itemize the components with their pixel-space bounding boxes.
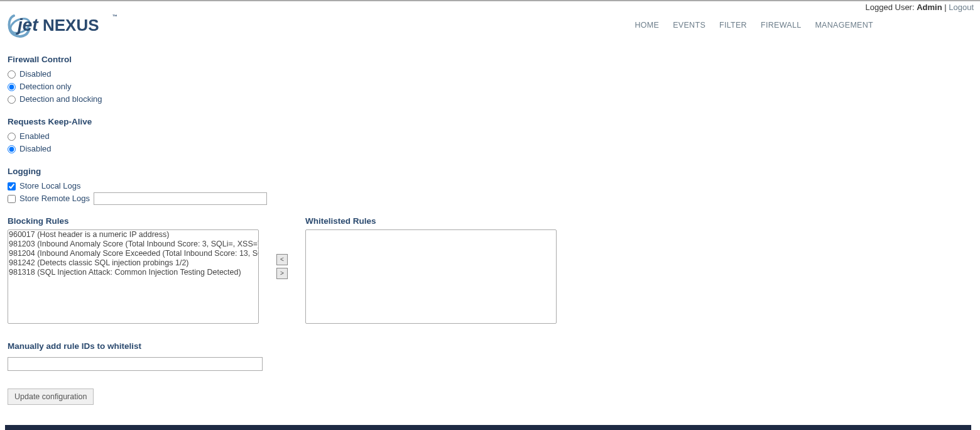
local-logs-row[interactable]: Store Local Logs	[8, 180, 980, 192]
fc-detection-label: Detection only	[19, 80, 71, 93]
ka-enabled-row[interactable]: Enabled	[8, 130, 980, 143]
svg-text:NEXUS: NEXUS	[43, 16, 99, 35]
local-logs-checkbox[interactable]	[8, 182, 16, 190]
remote-logs-row[interactable]: Store Remote Logs	[8, 192, 980, 205]
nav-filter[interactable]: FILTER	[719, 21, 747, 30]
remote-logs-label: Store Remote Logs	[19, 192, 90, 205]
fc-detection-radio[interactable]	[8, 83, 16, 91]
fc-blocking-row[interactable]: Detection and blocking	[8, 93, 980, 106]
whitelist-rules-list[interactable]	[305, 229, 557, 324]
nav-home[interactable]: HOME	[635, 21, 660, 30]
rule-option[interactable]: 981204 (Inbound Anomaly Score Exceeded (…	[8, 249, 258, 258]
footer-bar: jetNEXUS Web Application Firewall	[5, 425, 971, 430]
keep-alive-title: Requests Keep-Alive	[8, 117, 980, 126]
ka-disabled-label: Disabled	[19, 143, 52, 155]
rule-option[interactable]: 981318 (SQL Injection Attack: Common Inj…	[8, 268, 258, 277]
whitelist-rules-title: Whitelisted Rules	[305, 216, 557, 226]
logging-group: Logging Store Local Logs Store Remote Lo…	[8, 167, 980, 205]
svg-text:jet: jet	[15, 15, 39, 35]
logo: jet NEXUS ™	[6, 12, 119, 38]
update-configuration-button[interactable]: Update configuration	[8, 389, 94, 405]
blocking-rules-title: Blocking Rules	[8, 216, 259, 226]
topbar-separator: |	[942, 3, 949, 12]
ka-enabled-label: Enabled	[19, 130, 50, 143]
ka-disabled-row[interactable]: Disabled	[8, 143, 980, 155]
rule-option[interactable]: 981203 (Inbound Anomaly Score (Total Inb…	[8, 240, 258, 249]
firewall-control-title: Firewall Control	[8, 55, 980, 64]
fc-blocking-label: Detection and blocking	[19, 93, 102, 106]
manual-whitelist-title: Manually add rule IDs to whitelist	[8, 341, 980, 351]
move-left-button[interactable]: <	[276, 254, 288, 265]
fc-disabled-row[interactable]: Disabled	[8, 68, 980, 80]
fc-detection-row[interactable]: Detection only	[8, 80, 980, 93]
nav-management[interactable]: MANAGEMENT	[815, 21, 873, 30]
logo-icon: jet NEXUS ™	[6, 12, 119, 38]
remote-logs-checkbox[interactable]	[8, 195, 16, 203]
move-right-button[interactable]: >	[276, 268, 288, 279]
ka-enabled-radio[interactable]	[8, 133, 16, 141]
svg-text:™: ™	[112, 14, 117, 19]
remote-logs-input[interactable]	[94, 192, 267, 205]
fc-disabled-label: Disabled	[19, 68, 52, 80]
fc-blocking-radio[interactable]	[8, 96, 16, 104]
keep-alive-group: Requests Keep-Alive Enabled Disabled	[8, 117, 980, 155]
logout-link[interactable]: Logout	[949, 3, 974, 12]
nav-firewall[interactable]: FIREWALL	[761, 21, 801, 30]
fc-disabled-radio[interactable]	[8, 70, 16, 79]
main-nav: HOME EVENTS FILTER FIREWALL MANAGEMENT	[635, 21, 974, 30]
rule-option[interactable]: 981242 (Detects classic SQL injection pr…	[8, 258, 258, 268]
local-logs-label: Store Local Logs	[19, 180, 81, 192]
logged-user-name: Admin	[917, 3, 942, 12]
manual-whitelist-input[interactable]	[8, 357, 263, 371]
ka-disabled-radio[interactable]	[8, 145, 16, 153]
logging-title: Logging	[8, 167, 980, 176]
nav-events[interactable]: EVENTS	[673, 21, 705, 30]
firewall-control-group: Firewall Control Disabled Detection only…	[8, 55, 980, 106]
top-bar: Logged User: Admin | Logout	[0, 0, 980, 12]
logged-user-label: Logged User:	[866, 3, 917, 12]
rule-option[interactable]: 960017 (Host header is a numeric IP addr…	[8, 230, 258, 240]
blocking-rules-list[interactable]: 960017 (Host header is a numeric IP addr…	[8, 229, 259, 324]
